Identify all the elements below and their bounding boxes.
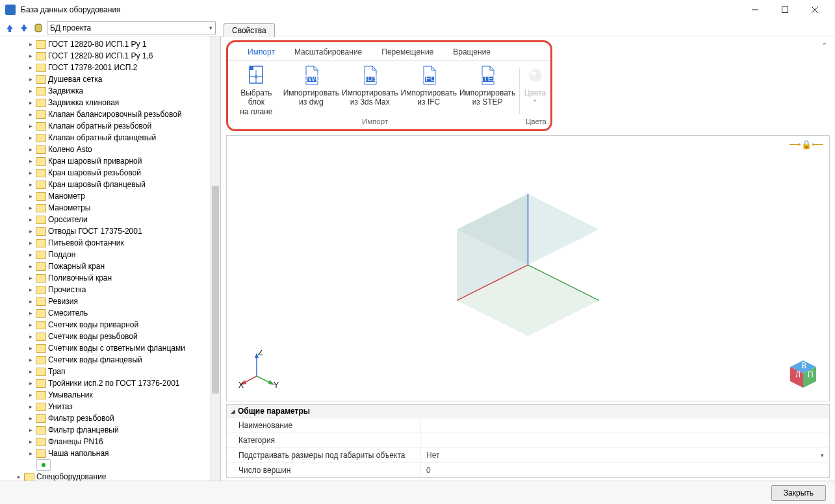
axis-gizmo[interactable]: Z Y X — [238, 350, 280, 392]
expand-icon[interactable]: ▸ — [27, 216, 34, 223]
expand-icon[interactable]: ▸ — [27, 64, 34, 71]
expand-icon[interactable]: ▸ — [27, 181, 34, 188]
import-3ds-button[interactable]: 3DS Импортировать из 3ds Max — [342, 65, 398, 107]
select-block-button[interactable]: Выбрать блок на плане — [232, 65, 281, 116]
expand-icon[interactable]: ▸ — [27, 392, 34, 398]
tree-item[interactable]: ▸ГОСТ 17378-2001 ИСП.2 — [12, 62, 220, 73]
expand-icon[interactable]: ▸ — [27, 275, 34, 281]
tree-item[interactable]: ▸Чаша напольная — [12, 447, 220, 459]
expand-icon[interactable]: ▸ — [27, 321, 34, 328]
expand-icon[interactable]: ▸ — [27, 146, 34, 153]
expand-icon[interactable]: ▸ — [27, 345, 34, 351]
expand-icon[interactable]: ▸ — [27, 310, 34, 316]
expand-icon[interactable]: ▸ — [27, 403, 34, 410]
expand-icon[interactable]: ▸ — [27, 450, 34, 457]
tree-item[interactable]: ▸Фланецы PN16 — [12, 436, 220, 447]
property-value[interactable]: 0 — [420, 462, 829, 477]
expand-icon[interactable]: ▸ — [27, 427, 34, 433]
expand-icon[interactable]: ▸ — [27, 228, 34, 234]
close-dialog-button[interactable]: Закрыть — [771, 485, 826, 501]
expand-icon[interactable]: ▸ — [27, 170, 34, 176]
properties-header[interactable]: ◢ Общие параметры — [227, 405, 829, 418]
property-value[interactable] — [420, 418, 829, 433]
minimize-button[interactable] — [740, 0, 770, 19]
expand-icon[interactable]: ▸ — [16, 473, 22, 480]
tree-item[interactable]: ▸Унитаз — [12, 401, 220, 412]
property-value[interactable] — [420, 433, 829, 447]
tree-item[interactable]: ▸Клапан обратный резьбовой — [12, 120, 220, 132]
tree-item[interactable]: ▸Счетчик воды приварной — [12, 319, 220, 331]
expand-icon[interactable]: ▸ — [27, 53, 34, 59]
expand-icon[interactable]: ▸ — [27, 111, 34, 118]
tree-item[interactable]: ▸Прочистка — [12, 284, 220, 296]
tree-item[interactable]: ▸Питьевой фонтанчик — [12, 237, 220, 249]
expand-icon[interactable]: ▸ — [27, 263, 34, 270]
tree-item[interactable]: ▸Манометры — [12, 202, 220, 214]
tree-item[interactable]: ▸Задвижка клиновая — [12, 97, 220, 108]
tree-item[interactable]: ▸Фильтр резьбовой — [12, 412, 220, 424]
tree-item[interactable]: ▸Душевая сетка — [12, 73, 220, 85]
tree-item[interactable]: ▸Фильтр фланцевый — [12, 424, 220, 436]
expand-icon[interactable]: ▸ — [27, 357, 34, 363]
close-button[interactable] — [800, 0, 830, 19]
expand-icon[interactable]: ▸ — [27, 158, 34, 164]
import-dwg-button[interactable]: DWG Импортировать из dwg — [283, 65, 339, 107]
tree-item[interactable]: ▸Счетчик воды резьбовой — [12, 331, 220, 342]
expand-icon[interactable]: ▸ — [27, 76, 34, 82]
expand-icon[interactable]: ▸ — [27, 99, 34, 106]
ribbon-tab-перемещение[interactable]: Перемещение — [378, 46, 437, 58]
expand-icon[interactable]: ▸ — [27, 415, 34, 422]
down-arrow-icon[interactable] — [18, 22, 30, 34]
database-icon[interactable] — [32, 22, 44, 34]
view-cube[interactable]: Л П В — [786, 358, 820, 392]
expand-icon[interactable]: ▸ — [27, 88, 34, 94]
ribbon-tab-вращение[interactable]: Вращение — [449, 46, 495, 58]
tree-item[interactable]: ▸Счетчик воды с ответными фланцами — [12, 342, 220, 354]
ribbon-tab-импорт[interactable]: Импорт — [244, 46, 279, 58]
3d-viewport[interactable]: ⟶🔒⟵ Z Y X — [226, 135, 830, 401]
maximize-button[interactable] — [770, 0, 800, 19]
expand-icon[interactable]: ▸ — [27, 41, 34, 47]
tree-item[interactable]: ▸Клапан балансировочный резьбовой — [12, 108, 220, 120]
tree-item[interactable]: ▸ГОСТ 12820-80 ИСП.1 Ру 1 — [12, 38, 220, 50]
expand-icon[interactable]: ▸ — [27, 368, 34, 375]
import-ifc-button[interactable]: IFC Импортировать из IFC — [401, 65, 457, 107]
expand-icon[interactable]: ▸ — [27, 333, 34, 340]
property-value[interactable]: Нет — [420, 447, 829, 462]
tree-item[interactable]: ▸Отводы ГОСТ 17375-2001 — [12, 225, 220, 237]
tab-properties[interactable]: Свойства — [224, 23, 275, 37]
expand-icon[interactable]: ▸ — [27, 286, 34, 293]
tree-item[interactable]: ▸Оросители — [12, 214, 220, 225]
database-select[interactable]: БД проекта ▾ — [47, 21, 216, 34]
ribbon-tab-масштабирование[interactable]: Масштабирование — [290, 46, 366, 58]
expand-icon[interactable]: ▸ — [27, 298, 34, 305]
tree-scrollbar[interactable] — [210, 36, 220, 481]
expand-icon[interactable]: ▸ — [27, 205, 34, 211]
tree-item[interactable]: ▸Трап — [12, 366, 220, 377]
expand-icon[interactable]: ▸ — [27, 193, 34, 199]
tree-item[interactable]: ▸Клапан обратный фланцевый — [12, 132, 220, 144]
expand-icon[interactable]: ▸ — [27, 380, 34, 386]
tree-item[interactable]: ▸Тройники исп.2 по ГОСТ 17376-2001 — [12, 377, 220, 389]
tree-item[interactable]: ▸Пожарный кран — [12, 260, 220, 272]
expand-icon[interactable]: ▸ — [27, 240, 34, 246]
up-arrow-icon[interactable] — [4, 22, 16, 34]
tree-item[interactable]: ▸Смеситель — [12, 307, 220, 319]
tree-item[interactable]: ▸ГОСТ 12820-80 ИСП.1 Ру 1,6 — [12, 50, 220, 62]
tree-item[interactable]: ▸Кран шаровый резьбовой — [12, 167, 220, 179]
tree-item[interactable]: ▸Манометр — [12, 190, 220, 202]
expand-icon[interactable]: ▸ — [27, 251, 34, 258]
tree-item[interactable]: ▸Задвижка — [12, 85, 220, 97]
tree-root-item[interactable]: ▸Спецоборудование — [12, 471, 220, 481]
import-step-button[interactable]: STEP Импортировать из STEP — [459, 65, 515, 107]
tree-item[interactable]: ▸Поливочный кран — [12, 272, 220, 284]
tree-item[interactable]: ▸Поддон — [12, 249, 220, 260]
tree-item[interactable]: ▸Колено Asto — [12, 144, 220, 155]
tree-item[interactable]: ▸Кран шаровый фланцевый — [12, 179, 220, 190]
expand-icon[interactable]: ▸ — [27, 438, 34, 445]
tree-item[interactable]: ▸Кран шаровый приварной — [12, 155, 220, 167]
tree-item[interactable]: ▸Умывальник — [12, 389, 220, 401]
ribbon-collapse-icon[interactable]: ⌃ — [821, 42, 827, 50]
tree-new-item[interactable] — [12, 459, 220, 471]
tree-item[interactable]: ▸Ревизия — [12, 296, 220, 307]
